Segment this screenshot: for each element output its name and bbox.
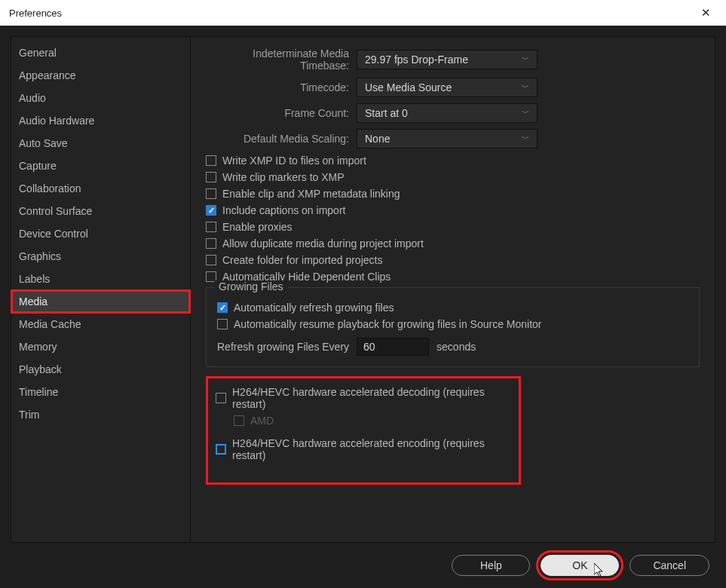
check-auto-refresh-growing: Automatically refresh growing files — [217, 302, 688, 314]
check-create-folder: Create folder for imported projects — [206, 254, 700, 266]
dropdown-frame-count[interactable]: Start at 0 ﹀ — [357, 103, 538, 123]
title-bar: Preferences ✕ — [0, 0, 726, 26]
highlight-hardware-section: H264/HEVC hardware accelerated decoding … — [206, 376, 521, 485]
check-label: Enable proxies — [222, 221, 293, 233]
cancel-button[interactable]: Cancel — [630, 555, 709, 576]
check-write-clip-markers: Write clip markers to XMP — [206, 171, 700, 183]
checkbox-hw-decoding[interactable] — [216, 393, 226, 403]
check-enable-link: Enable clip and XMP metadata linking — [206, 188, 700, 200]
sidebar-item-labels[interactable]: Labels — [11, 268, 190, 290]
row-indeterminate-timebase: Indeterminate Media Timebase: 29.97 fps … — [206, 47, 700, 72]
check-label: H264/HEVC hardware accelerated encoding … — [232, 437, 511, 461]
check-label: Allow duplicate media during project imp… — [222, 237, 424, 250]
check-enable-proxies: Enable proxies — [206, 221, 700, 233]
dropdown-value: Use Media Source — [365, 81, 452, 93]
chevron-down-icon: ﹀ — [522, 82, 529, 93]
sidebar-item-playback[interactable]: Playback — [11, 358, 190, 381]
check-allow-duplicate: Allow duplicate media during project imp… — [206, 237, 700, 250]
check-write-xmp-id: Write XMP ID to files on import — [206, 155, 700, 167]
check-label: Write clip markers to XMP — [222, 171, 345, 183]
close-icon[interactable]: ✕ — [695, 3, 717, 23]
window-title: Preferences — [9, 8, 62, 19]
check-label: Create folder for imported projects — [222, 254, 382, 266]
sidebar-item-appearance[interactable]: Appearance — [11, 64, 190, 87]
label-timecode: Timecode: — [206, 81, 357, 93]
dropdown-default-scaling[interactable]: None ﹀ — [357, 129, 538, 149]
chevron-down-icon: ﹀ — [522, 133, 529, 144]
check-label: AMD — [250, 415, 274, 427]
sidebar-item-auto-save[interactable]: Auto Save — [11, 132, 190, 155]
footer: Help OK Cancel — [11, 543, 715, 579]
checkbox-enable-proxies[interactable] — [206, 222, 216, 232]
label-frame-count: Frame Count: — [206, 107, 357, 119]
check-label: Automatically resume playback for growin… — [234, 318, 542, 330]
label-refresh-interval: Refresh growing Files Every — [217, 341, 349, 353]
row-timecode: Timecode: Use Media Source ﹀ — [206, 78, 700, 97]
sidebar-item-audio-hardware[interactable]: Audio Hardware — [11, 109, 190, 132]
sidebar-item-control-surface[interactable]: Control Surface — [11, 200, 190, 222]
label-default-scaling: Default Media Scaling: — [206, 133, 357, 145]
sidebar-item-audio[interactable]: Audio — [11, 87, 190, 109]
checkbox-hw-amd — [234, 415, 244, 426]
checkbox-write-clip-markers[interactable] — [206, 172, 216, 182]
row-refresh-interval: Refresh growing Files Every seconds — [217, 338, 688, 356]
sidebar-item-device-control[interactable]: Device Control — [11, 222, 190, 245]
content-area: Indeterminate Media Timebase: 29.97 fps … — [191, 37, 715, 542]
dropdown-value: Start at 0 — [365, 107, 408, 119]
check-label: Automatically refresh growing files — [234, 302, 394, 314]
check-hw-decoding: H264/HEVC hardware accelerated decoding … — [216, 386, 511, 410]
dialog-body: General Appearance Audio Audio Hardware … — [0, 26, 726, 588]
sidebar-item-capture[interactable]: Capture — [11, 155, 190, 177]
checkbox-create-folder[interactable] — [206, 255, 216, 265]
chevron-down-icon: ﹀ — [522, 54, 529, 65]
group-growing-files: Growing Files Automatically refresh grow… — [206, 287, 700, 367]
row-default-scaling: Default Media Scaling: None ﹀ — [206, 129, 700, 149]
label-seconds: seconds — [437, 341, 476, 353]
checkbox-hw-encoding[interactable] — [216, 444, 226, 455]
sidebar-item-graphics[interactable]: Graphics — [11, 245, 190, 268]
sidebar-item-media-cache[interactable]: Media Cache — [11, 313, 190, 335]
dropdown-value: 29.97 fps Drop-Frame — [365, 54, 468, 66]
sidebar-item-media[interactable]: Media — [11, 290, 190, 313]
dropdown-value: None — [365, 133, 390, 145]
label-indeterminate-timebase: Indeterminate Media Timebase: — [206, 47, 357, 72]
check-include-captions: Include captions on import — [206, 204, 700, 216]
checkbox-write-xmp-id[interactable] — [206, 155, 216, 166]
sidebar-item-collaboration[interactable]: Collaboration — [11, 177, 190, 200]
check-hw-encoding: H264/HEVC hardware accelerated encoding … — [216, 437, 511, 461]
dropdown-timecode[interactable]: Use Media Source ﹀ — [357, 78, 538, 97]
cursor-icon — [594, 563, 606, 578]
dropdown-indeterminate-timebase[interactable]: 29.97 fps Drop-Frame ﹀ — [357, 50, 538, 69]
checkbox-allow-duplicate[interactable] — [206, 238, 216, 249]
sidebar-item-memory[interactable]: Memory — [11, 335, 190, 358]
row-frame-count: Frame Count: Start at 0 ﹀ — [206, 103, 700, 123]
ok-button[interactable]: OK — [541, 555, 619, 576]
checkbox-include-captions[interactable] — [206, 205, 216, 216]
check-label: Enable clip and XMP metadata linking — [222, 188, 400, 200]
check-hw-amd: AMD — [216, 415, 511, 427]
check-label: Write XMP ID to files on import — [222, 155, 366, 167]
check-auto-resume-growing: Automatically resume playback for growin… — [217, 318, 688, 330]
check-label: H264/HEVC hardware accelerated decoding … — [232, 386, 511, 410]
help-button[interactable]: Help — [452, 555, 530, 576]
chevron-down-icon: ﹀ — [522, 108, 529, 118]
checkbox-enable-link[interactable] — [206, 188, 216, 199]
sidebar-item-timeline[interactable]: Timeline — [11, 381, 190, 403]
sidebar-item-trim[interactable]: Trim — [11, 403, 190, 426]
sidebar: General Appearance Audio Audio Hardware … — [11, 37, 191, 542]
checkbox-auto-refresh-growing[interactable] — [217, 302, 228, 313]
checkbox-auto-resume-growing[interactable] — [217, 319, 228, 329]
sidebar-item-general[interactable]: General — [11, 41, 190, 64]
group-title: Growing Files — [214, 280, 288, 292]
input-refresh-interval[interactable] — [357, 338, 429, 356]
main-panel: General Appearance Audio Audio Hardware … — [11, 36, 715, 543]
check-label: Include captions on import — [222, 204, 345, 216]
